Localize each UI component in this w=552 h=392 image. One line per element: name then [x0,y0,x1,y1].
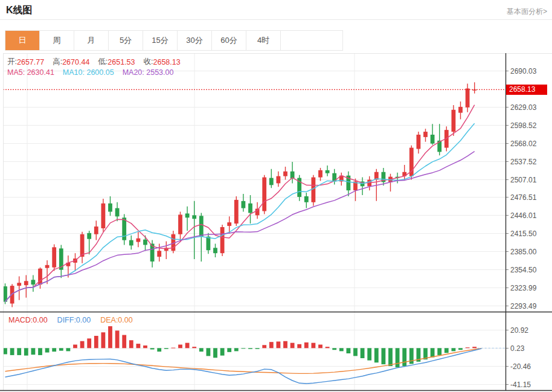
y-axis-label: 2598.52 [510,121,537,130]
macd-bar [136,344,141,348]
candle-body [94,227,98,234]
candle-body [213,248,217,253]
macd-bar [374,348,379,362]
macd-bar [3,348,7,354]
ma20-value: MA20: 2553.00 [123,68,174,77]
tab-week[interactable]: 周 [40,31,74,50]
ma5-line [5,105,475,302]
macd-bar [108,326,112,348]
y-axis-label: 2476.51 [510,193,537,202]
kline-widget: K线图 基本面分析> 日周月5分15分30分60分4时 2690.032629.… [0,0,552,392]
candle-body [192,215,196,219]
macd-bar [164,348,168,349]
macd-bar [10,348,14,355]
macd-bar [227,348,231,352]
y-axis-label: 2690.03 [510,67,537,76]
candle-body [207,237,211,251]
open-value: 2657.77 [17,58,44,66]
macd-bar [66,348,71,351]
page-title: K线图 [6,4,33,17]
macd-bar [94,336,98,348]
widget-header: K线图 基本面分析> [0,0,552,20]
y-axis-label: 2293.49 [510,302,537,310]
macd-bar [150,348,155,349]
candlestick-chart[interactable]: 2690.032629.032598.522568.022537.522507.… [0,53,552,392]
fundamental-analysis-link[interactable]: 基本面分析> [507,7,547,17]
candle-body [199,216,204,236]
macd-bar [101,332,106,348]
macd-bar [87,338,91,348]
candle-body [262,178,266,211]
macd-bar [318,345,323,349]
candle-body [185,213,190,217]
macd-bar [283,341,287,349]
macd-bar [332,348,336,350]
macd-bar [178,345,182,349]
high-value: 2670.44 [62,58,89,66]
macd-value: MACD:0.00 [8,316,48,324]
macd-bar [326,347,330,348]
macd-bar [353,348,358,356]
tab-5min[interactable]: 5分 [109,31,143,50]
y-axis-label: 2446.01 [510,211,537,220]
macd-bar [199,348,204,352]
y-axis-label: 2354.50 [510,266,537,274]
macd-bar [361,348,365,358]
tab-day[interactable]: 日 [5,31,40,50]
candle-body [417,135,421,149]
ma-row: MA5: 2630.41 MA10: 2600.05 MA20: 2553.00 [7,68,182,77]
period-tabbar: 日周月5分15分30分60分4时 [5,30,343,51]
tab-15min[interactable]: 15分 [143,31,178,50]
macd-row: MACD:0.00 DIFF:0.00 DEA:0.00 [8,316,143,324]
macd-axis-label: -41.15 [510,381,531,389]
macd-bar [388,348,393,366]
low-value: 2651.53 [108,58,135,66]
macd-axis-label: 20.92 [510,326,528,335]
candle-body [108,204,112,212]
close-value: 2658.13 [153,58,181,66]
candle-body [115,208,120,217]
macd-bar [472,347,477,348]
tab-4hour[interactable]: 4时 [246,31,281,50]
macd-bar [143,345,147,348]
candle-body [431,135,435,144]
ma5-value: MA5: 2630.41 [7,68,54,77]
macd-axis-label: 0.23 [510,344,525,353]
macd-bar [185,343,190,349]
candle-body [283,172,287,176]
candle-body [157,251,161,257]
macd-bar [290,343,295,349]
macd-bar [31,348,36,355]
macd-bar [269,342,274,348]
open-label: 开: [7,57,17,67]
y-axis-label: 2323.99 [510,284,537,292]
macd-bar [242,348,246,349]
ma10-line [5,123,475,301]
current-price-tag: 2658.13 [506,85,547,95]
macd-bar [73,345,77,349]
macd-bar [38,348,42,355]
macd-bar [396,348,400,367]
high-label: 高: [53,57,62,67]
macd-bar [262,345,266,348]
tab-30min[interactable]: 30分 [178,31,212,50]
y-axis-label: 2507.01 [510,176,537,184]
tab-month[interactable]: 月 [74,31,109,50]
candle-body [24,281,28,285]
low-label: 低: [98,57,108,67]
candle-body [101,204,106,228]
macd-bar [367,348,371,360]
macd-bar [80,341,85,349]
macd-bar [207,348,211,356]
macd-bar [402,348,406,366]
macd-bar [129,340,133,348]
y-axis-label: 2415.50 [510,230,537,238]
candle-body [45,265,50,268]
tab-60min[interactable]: 60分 [212,31,246,50]
candle-body [458,107,463,113]
y-axis-label: 2385.00 [510,248,537,256]
candle-body [178,214,182,234]
macd-bar [24,348,28,355]
candle-body [87,233,91,239]
chart-area: 2690.032629.032598.522568.022537.522507.… [0,53,552,392]
